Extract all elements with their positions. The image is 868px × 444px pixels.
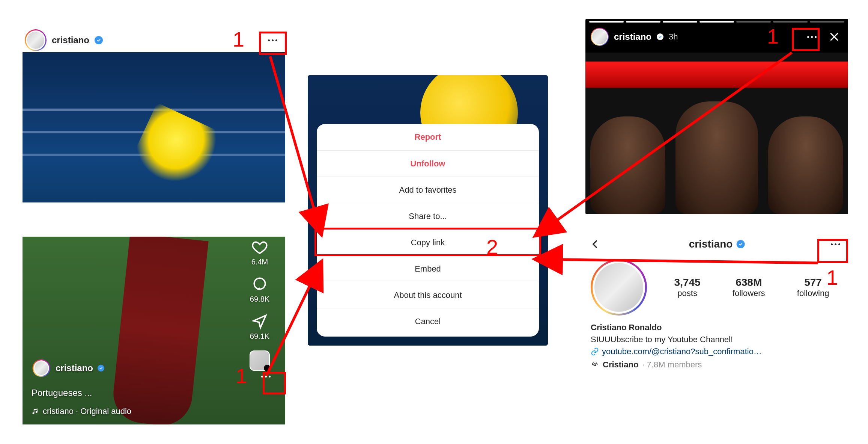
verified-badge-icon — [95, 36, 103, 44]
link-icon — [591, 347, 599, 356]
profile-channel-members: 7.8M members — [647, 360, 702, 369]
profile-following-label: following — [797, 288, 829, 298]
verified-badge-icon — [98, 365, 104, 372]
profile-display-name: Cristiano Ronaldo — [591, 322, 843, 334]
profile-more-options-button[interactable] — [825, 234, 846, 255]
more-dots-icon — [831, 243, 840, 245]
avatar-story-ring[interactable] — [591, 28, 609, 46]
profile-topbar: cristiano — [585, 233, 848, 255]
avatar[interactable] — [27, 32, 44, 49]
action-sheet-item-unfollow[interactable]: Unfollow — [317, 150, 539, 177]
more-dots-icon — [268, 39, 277, 41]
profile-following-stat[interactable]: 577 following — [797, 276, 829, 298]
profile-stats: 3,745 posts 638M followers 577 following — [658, 276, 845, 298]
svg-point-0 — [254, 278, 265, 289]
username-label[interactable]: cristiano — [52, 35, 89, 45]
avatar-story-ring[interactable] — [33, 359, 50, 377]
svg-point-3 — [594, 364, 596, 366]
reel-more-options-button[interactable] — [255, 366, 276, 387]
story-image[interactable] — [585, 53, 848, 214]
reel-username-label[interactable]: cristiano — [56, 363, 93, 373]
verified-badge-icon — [657, 33, 663, 40]
reel-audio-row[interactable]: cristiano · Original audio — [32, 406, 233, 416]
action-sheet-item-about-this-account[interactable]: About this account — [317, 282, 539, 308]
feed-post-panel: cristiano — [23, 28, 285, 202]
avatar-story-ring[interactable] — [591, 259, 647, 316]
story-time-ago: 3h — [669, 32, 678, 42]
action-sheet: ReportUnfollowAdd to favoritesShare to..… — [317, 124, 539, 337]
story-more-options-button[interactable] — [803, 28, 820, 45]
chevron-left-icon — [590, 239, 600, 249]
profile-link[interactable]: youtube.com/@cristiano?sub_confirmatio… — [591, 346, 843, 358]
broadcast-icon — [591, 361, 599, 369]
reel-comment-count: 69.8K — [250, 295, 269, 304]
close-icon — [829, 31, 840, 42]
reel-share-count: 69.1K — [250, 332, 269, 341]
music-note-icon — [32, 408, 39, 415]
story-progress-bar — [589, 21, 844, 23]
action-sheet-item-embed[interactable]: Embed — [317, 255, 539, 282]
verified-badge-icon — [736, 240, 745, 248]
avatar[interactable] — [592, 29, 607, 44]
more-dots-icon — [261, 376, 271, 378]
avatar[interactable] — [35, 361, 48, 375]
profile-back-button[interactable] — [588, 237, 603, 252]
action-sheet-item-report[interactable]: Report — [317, 124, 539, 150]
avatar-story-ring[interactable] — [25, 29, 47, 51]
action-sheet-item-copy-link[interactable]: Copy link — [317, 229, 539, 255]
profile-followers-label: followers — [733, 288, 765, 298]
profile-following-count: 577 — [797, 276, 829, 288]
profile-posts-stat[interactable]: 3,745 posts — [674, 276, 701, 298]
profile-username-row[interactable]: cristiano — [689, 238, 745, 250]
story-panel: cristiano 3h — [585, 19, 848, 214]
reel-caption[interactable]: Portugueses ... — [32, 388, 233, 398]
story-username-label[interactable]: cristiano — [614, 32, 651, 42]
profile-channel-name: Cristiano — [603, 360, 638, 370]
more-dots-icon — [807, 36, 817, 38]
profile-posts-label: posts — [674, 288, 701, 298]
feed-post-header: cristiano — [23, 28, 285, 52]
action-sheet-panel: ReportUnfollowAdd to favoritesShare to..… — [308, 75, 548, 346]
profile-followers-count: 638M — [733, 276, 765, 288]
reel-action-rail: 6.4M 69.8K 69.1K — [241, 237, 278, 424]
action-sheet-item-cancel[interactable]: Cancel — [317, 308, 539, 334]
more-options-button[interactable] — [262, 30, 283, 51]
reel-panel: 6.4M 69.8K 69.1K cristiano Portugueses .… — [23, 237, 285, 424]
profile-panel: cristiano 3,745 posts 638M followers 577… — [585, 233, 848, 372]
story-close-button[interactable] — [826, 28, 843, 45]
profile-bio-text: SIUUUbscribe to my Youtube Channel! — [591, 334, 843, 346]
reel-like-count: 6.4M — [251, 258, 268, 266]
profile-username-label: cristiano — [689, 238, 733, 250]
reel-like-button[interactable]: 6.4M — [251, 239, 268, 266]
reel-info: cristiano Portugueses ... cristiano · Or… — [32, 358, 233, 416]
post-image[interactable] — [23, 52, 285, 202]
profile-bio: Cristiano Ronaldo SIUUUbscribe to my You… — [585, 319, 848, 358]
reel-audio-text: cristiano · Original audio — [43, 406, 131, 416]
reel-comment-button[interactable]: 69.8K — [250, 276, 269, 304]
profile-header-row: 3,745 posts 638M followers 577 following — [585, 255, 848, 319]
profile-broadcast-channel[interactable]: Cristiano · 7.8M members — [585, 358, 848, 372]
profile-posts-count: 3,745 — [674, 276, 701, 288]
action-sheet-item-add-to-favorites[interactable]: Add to favorites — [317, 177, 539, 203]
avatar[interactable] — [594, 263, 643, 312]
action-sheet-item-share-to[interactable]: Share to... — [317, 203, 539, 229]
reel-share-button[interactable]: 69.1K — [250, 313, 269, 341]
profile-followers-stat[interactable]: 638M followers — [733, 276, 765, 298]
profile-link-text: youtube.com/@cristiano?sub_confirmatio… — [602, 346, 762, 358]
